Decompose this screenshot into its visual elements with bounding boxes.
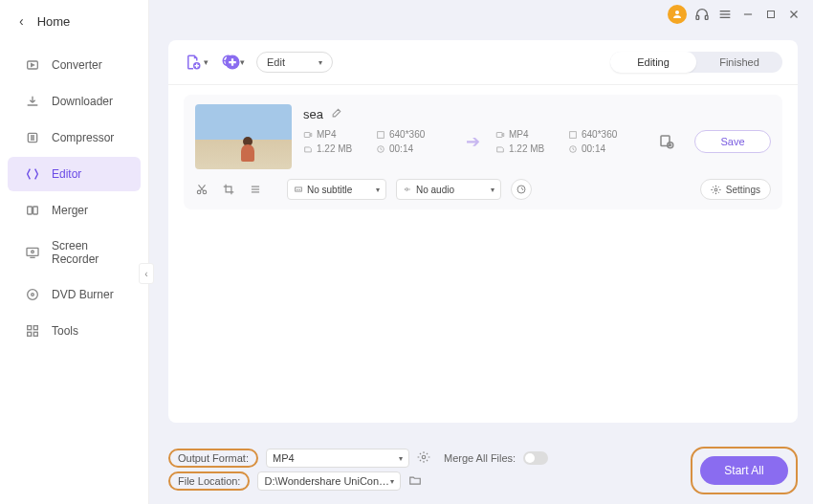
hamburger-menu-icon[interactable]: [717, 7, 733, 22]
svg-point-42: [422, 455, 426, 459]
home-label: Home: [37, 14, 71, 29]
dvd-burner-icon: [25, 287, 40, 302]
sidebar-item-label: Tools: [52, 324, 78, 338]
bottom-bar: Output Format: MP4 ▾ Merge All Files: Fi…: [168, 445, 798, 494]
edit-name-icon[interactable]: [331, 106, 343, 121]
downloader-icon: [25, 94, 40, 109]
sidebar: ‹ Home Converter Downloader Compressor E…: [0, 0, 149, 504]
file-tool-row: No subtitle ▾ No audio ▾ Settings: [195, 179, 771, 200]
save-button[interactable]: Save: [694, 130, 771, 153]
sidebar-item-label: Merger: [52, 204, 88, 217]
sidebar-item-label: Compressor: [52, 131, 114, 144]
tools-icon: [25, 323, 40, 339]
file-location-value: D:\Wondershare UniConverter 1: [264, 475, 390, 487]
merge-toggle[interactable]: [523, 451, 548, 465]
chevron-down-icon: ▾: [204, 57, 209, 67]
title-bar: [668, 0, 813, 29]
source-format: MP4: [317, 129, 337, 140]
svg-rect-7: [768, 11, 775, 18]
start-all-button[interactable]: Start All: [700, 456, 788, 485]
collapse-sidebar-button[interactable]: ‹: [139, 263, 154, 284]
main-panel: ▾ ▾ Edit ▾ Editing Finished sea: [168, 40, 798, 423]
sidebar-item-editor[interactable]: Editor: [8, 157, 141, 191]
headset-icon[interactable]: [694, 7, 710, 22]
tab-segment: Editing Finished: [610, 52, 782, 73]
svg-point-16: [32, 251, 34, 253]
file-location-select[interactable]: D:\Wondershare UniConverter 1 ▾: [257, 471, 401, 491]
add-file-button[interactable]: ▾: [184, 52, 209, 73]
svg-rect-14: [33, 207, 38, 214]
svg-point-17: [28, 290, 38, 300]
cut-icon[interactable]: [195, 183, 209, 196]
svg-rect-2: [705, 15, 708, 19]
file-card: sea MP4 640*360 1.22 MB 00:14 ➔ MP4: [184, 95, 782, 209]
edit-mode-select[interactable]: Edit ▾: [256, 52, 333, 73]
svg-rect-1: [696, 15, 699, 19]
crop-icon[interactable]: [222, 183, 235, 196]
arrow-right-icon: ➔: [466, 131, 480, 152]
target-resolution: 640*360: [582, 129, 617, 140]
target-duration: 00:14: [582, 143, 605, 154]
svg-point-18: [32, 294, 34, 296]
svg-rect-39: [296, 187, 302, 191]
sidebar-item-label: Editor: [52, 167, 81, 181]
source-duration: 00:14: [389, 143, 413, 154]
output-format-label: Output Format:: [168, 449, 258, 468]
svg-rect-30: [570, 131, 577, 138]
user-avatar[interactable]: [668, 5, 687, 24]
source-resolution: 640*360: [389, 129, 425, 140]
tab-editing[interactable]: Editing: [610, 52, 696, 73]
chevron-down-icon: ▾: [319, 58, 322, 67]
chevron-down-icon: ▾: [390, 477, 394, 486]
speed-icon[interactable]: [511, 179, 532, 200]
file-name: sea: [303, 107, 323, 121]
top-toolbar: ▾ ▾ Edit ▾ Editing Finished: [168, 40, 798, 85]
output-format-select[interactable]: MP4 ▾: [266, 449, 409, 468]
sidebar-item-compressor[interactable]: Compressor: [8, 121, 141, 155]
chevron-down-icon: ▾: [376, 186, 380, 194]
format-settings-icon[interactable]: [417, 450, 432, 466]
svg-rect-27: [378, 131, 385, 138]
svg-marker-11: [32, 64, 34, 67]
sidebar-item-downloader[interactable]: Downloader: [8, 84, 141, 119]
tab-finished[interactable]: Finished: [696, 52, 782, 73]
home-nav[interactable]: ‹ Home: [0, 0, 148, 42]
sidebar-item-merger[interactable]: Merger: [8, 193, 141, 228]
close-icon[interactable]: [786, 7, 802, 22]
minimize-icon[interactable]: [740, 7, 756, 22]
edit-select-label: Edit: [267, 56, 285, 68]
chevron-down-icon: ▾: [491, 186, 494, 194]
target-format: MP4: [509, 129, 529, 140]
subtitle-select[interactable]: No subtitle ▾: [287, 179, 386, 200]
open-folder-icon[interactable]: [408, 473, 424, 489]
merger-icon: [25, 203, 40, 218]
file-metadata: sea MP4 640*360 1.22 MB 00:14 ➔ MP4: [303, 104, 771, 154]
svg-rect-15: [27, 248, 38, 255]
sidebar-item-label: Screen Recorder: [52, 239, 123, 266]
svg-point-40: [517, 186, 525, 193]
source-size: 1.22 MB: [317, 143, 352, 154]
maximize-icon[interactable]: [763, 7, 779, 22]
svg-rect-21: [28, 332, 32, 336]
sidebar-item-dvd-burner[interactable]: DVD Burner: [8, 277, 141, 312]
list-icon[interactable]: [249, 183, 262, 196]
sidebar-item-label: Converter: [52, 58, 102, 72]
settings-button[interactable]: Settings: [700, 179, 771, 200]
output-format-value: MP4: [273, 452, 295, 464]
video-thumbnail[interactable]: [195, 104, 292, 169]
chevron-left-icon: ‹: [19, 13, 24, 29]
sidebar-item-tools[interactable]: Tools: [8, 314, 141, 348]
add-url-button[interactable]: ▾: [220, 52, 245, 73]
sidebar-list: Converter Downloader Compressor Editor M…: [0, 48, 148, 348]
output-settings-icon[interactable]: [658, 133, 675, 150]
target-size: 1.22 MB: [509, 143, 544, 154]
svg-rect-22: [33, 332, 37, 336]
sidebar-item-screen-recorder[interactable]: Screen Recorder: [8, 230, 141, 275]
start-all-highlight: Start All: [691, 447, 798, 494]
file-location-label: File Location:: [168, 471, 250, 491]
screen-recorder-icon: [25, 245, 40, 260]
sidebar-item-converter[interactable]: Converter: [8, 48, 141, 82]
merge-label: Merge All Files:: [444, 452, 516, 464]
svg-rect-20: [33, 326, 37, 330]
audio-select[interactable]: No audio ▾: [396, 179, 501, 200]
